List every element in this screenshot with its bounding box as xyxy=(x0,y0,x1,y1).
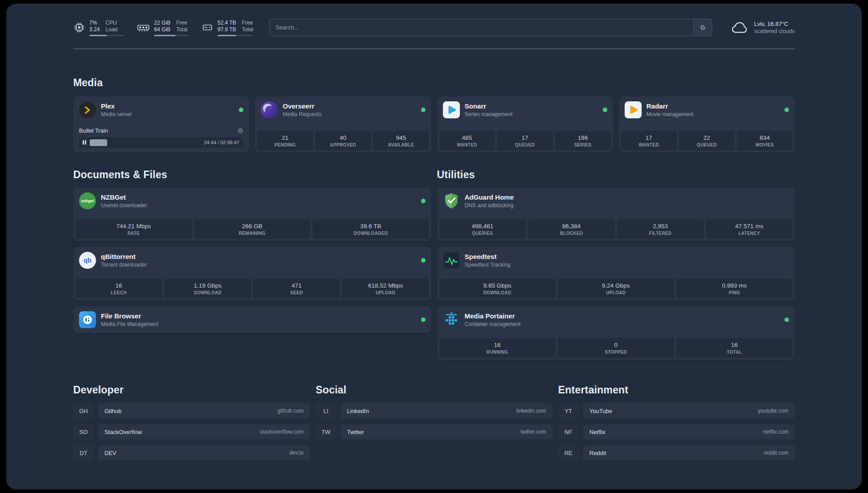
service-description: Media Requests xyxy=(283,111,321,117)
status-dot xyxy=(603,108,607,112)
bookmark-linkedin[interactable]: LI LinkedIn linkedin.com xyxy=(316,403,552,418)
section-title-entertainment: Entertainment xyxy=(558,384,795,396)
disk-total-value: 97.9 TB xyxy=(217,26,236,33)
filebrowser-icon xyxy=(79,311,96,328)
bookmark-url: twitter.com xyxy=(521,429,546,435)
status-dot xyxy=(421,258,426,263)
service-card-portainer[interactable]: Media Portainer Container management 16 … xyxy=(437,306,795,360)
service-name: qBittorrent xyxy=(101,253,147,261)
service-card-filebrowser[interactable]: File Browser Media File Management xyxy=(73,306,431,333)
bookmark-name: YouTube xyxy=(589,408,612,414)
documents-section: Documents & Files nzbget NZBGet Usenet d… xyxy=(73,153,431,333)
pause-button[interactable] xyxy=(83,140,86,145)
resource-widgets: 7% 3.24 CPU Load xyxy=(73,19,253,36)
stat-pending: 21 PENDING xyxy=(257,131,313,150)
stat-available: 945 AVAILABLE xyxy=(373,131,429,150)
cpu-progress-bar xyxy=(89,35,124,36)
disk-free-label: Free xyxy=(242,20,253,26)
bookmark-reddit[interactable]: RE Reddit reddit.com xyxy=(558,445,795,460)
bookmark-group-social: Social LI LinkedIn linkedin.com TW Twitt… xyxy=(316,360,552,445)
memory-progress-bar xyxy=(154,35,189,36)
stat-upload: 9.24 Gbps UPLOAD xyxy=(558,279,674,298)
weather-widget: Lviv, 16.87°C scattered clouds xyxy=(730,20,795,35)
bookmark-stackoverflow[interactable]: SO StackOverflow stackoverflow.com xyxy=(73,424,310,439)
plex-now-playing: Bullet Train ⚙ 24:44 / 02:06:47 xyxy=(73,126,249,153)
plex-icon xyxy=(79,101,96,118)
stat-latency: 47.571 ms LATENCY xyxy=(706,219,793,239)
bookmark-abbr: TW xyxy=(316,424,336,439)
stat-rate: 744.21 Mbps RATE xyxy=(75,219,192,239)
overseerr-icon xyxy=(261,101,278,118)
bookmark-url: stackoverflow.com xyxy=(260,429,304,435)
search-bar: G xyxy=(269,19,712,36)
stat-download: 9.65 Gbps DOWNLOAD xyxy=(439,279,556,298)
search-input[interactable] xyxy=(269,19,712,36)
bookmark-abbr: SO xyxy=(73,424,94,439)
playback-time: 24:44 / 02:06:47 xyxy=(204,140,240,145)
memory-free-value: 22 GiB xyxy=(154,20,171,26)
bookmark-abbr: YT xyxy=(558,403,579,418)
bookmark-abbr: GH xyxy=(73,403,94,418)
memory-total-label: Total xyxy=(176,26,188,33)
disk-widget: 52.4 TB 97.9 TB Free Total xyxy=(201,19,253,36)
disk-free-value: 52.4 TB xyxy=(217,20,236,26)
bookmark-twitter[interactable]: TW Twitter twitter.com xyxy=(316,424,552,439)
playback-progress[interactable] xyxy=(90,139,200,146)
stat-wanted: 485 WANTED xyxy=(439,131,495,150)
weather-description: scattered clouds xyxy=(754,28,795,35)
service-card-nzbget[interactable]: nzbget NZBGet Usenet downloader 744.21 M… xyxy=(73,188,431,241)
section-title-utilities: Utilities xyxy=(437,169,795,181)
bookmark-url: dev.to xyxy=(289,450,304,456)
dashboard: 7% 3.24 CPU Load xyxy=(6,4,862,489)
bookmark-github[interactable]: GH Github github.com xyxy=(73,403,310,418)
stat-filtered: 2,953 FILTERED xyxy=(617,219,704,239)
service-card-adguard[interactable]: AdGuard Home DNS and adblocking 498,461 … xyxy=(437,188,795,241)
service-description: Container management xyxy=(465,321,521,327)
bookmark-url: github.com xyxy=(277,408,304,414)
now-playing-title: Bullet Train xyxy=(79,127,108,134)
stat-approved: 40 APPROVED xyxy=(315,131,371,150)
status-dot xyxy=(239,108,243,112)
service-card-radarr[interactable]: Radarr Movie management 17 WANTED 22 QUE… xyxy=(619,96,795,153)
bookmark-youtube[interactable]: YT YouTube youtube.com xyxy=(558,403,795,418)
search-provider-button[interactable]: G xyxy=(693,19,712,36)
service-description: Usenet downloader xyxy=(101,202,147,209)
memory-total-value: 64 GiB xyxy=(154,26,171,33)
utilities-section: Utilities AdGuard Home xyxy=(437,153,795,360)
memory-icon xyxy=(137,21,150,33)
bookmark-netflix[interactable]: NF Netflix netflix.com xyxy=(558,424,795,439)
adguard-icon xyxy=(443,192,460,209)
stat-queued: 22 QUEUED xyxy=(679,131,735,150)
qbittorrent-icon: qb xyxy=(79,252,96,269)
bookmark-url: reddit.com xyxy=(764,450,789,456)
bookmark-name: Netflix xyxy=(589,429,605,435)
weather-location: Lviv, 16.87°C xyxy=(754,20,795,28)
stat-seed: 471 SEED xyxy=(253,279,340,298)
disk-total-label: Total xyxy=(242,26,253,33)
service-card-plex[interactable]: Plex Media server Bullet Train ⚙ 24:44 /… xyxy=(73,96,249,153)
stat-downloaded: 39.6 TB DOWNLOADED xyxy=(313,219,429,239)
section-title-developer: Developer xyxy=(73,384,310,396)
plex-player-bar: 24:44 / 02:06:47 xyxy=(79,137,243,148)
service-name: File Browser xyxy=(101,312,159,320)
stat-queued: 17 QUEUED xyxy=(497,131,553,150)
service-card-speedtest[interactable]: Speedtest Speedtest Tracking 9.65 Gbps D… xyxy=(437,247,795,301)
section-title-documents: Documents & Files xyxy=(73,169,431,181)
service-card-sonarr[interactable]: Sonarr Series management 485 WANTED 17 Q… xyxy=(437,96,613,153)
service-name: Speedtest xyxy=(465,253,511,261)
bookmark-name: Github xyxy=(104,408,121,414)
bookmark-dev[interactable]: DT DEV dev.to xyxy=(73,445,310,460)
portainer-icon xyxy=(443,311,460,328)
service-card-qbittorrent[interactable]: qb qBittorrent Torrent downloader 16 LEE… xyxy=(73,247,431,301)
status-dot xyxy=(421,108,426,112)
stat-blocked: 86,384 BLOCKED xyxy=(528,219,615,239)
cpu-load-value: 3.24 xyxy=(89,26,100,33)
bookmark-abbr: DT xyxy=(73,445,94,460)
bookmark-url: youtube.com xyxy=(758,408,789,414)
service-card-overseerr[interactable]: Overseerr Media Requests 21 PENDING 40 A… xyxy=(255,96,431,153)
gear-icon[interactable]: ⚙ xyxy=(238,127,243,134)
status-dot xyxy=(421,318,426,322)
memory-free-label: Free xyxy=(176,20,188,26)
bookmark-name: LinkedIn xyxy=(347,408,369,414)
nzbget-icon: nzbget xyxy=(79,192,96,209)
